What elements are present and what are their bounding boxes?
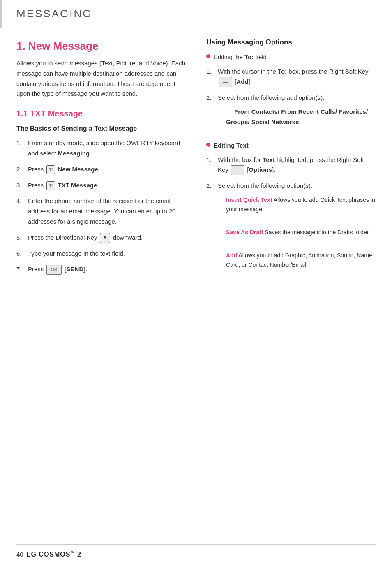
- right-step-2-text: Select from the following add option(s):…: [218, 93, 376, 133]
- step-5-text: Press the Directional Key ▼ downward.: [28, 233, 186, 243]
- txt-message-steps: 1. From standby mode, slide open the QWE…: [16, 138, 186, 275]
- to-label: To:: [278, 68, 287, 75]
- bullet-dot-text: [206, 143, 210, 147]
- key-1b-icon: 1!: [46, 181, 55, 190]
- options-label: Options: [249, 166, 272, 173]
- text-step-2-num: 2.: [206, 181, 218, 191]
- step-5: 5. Press the Directional Key ▼ downward.: [16, 233, 186, 243]
- text-options-block: Insert Quick Text Allows you to add Quic…: [226, 195, 376, 270]
- ok-key-icon: OK: [46, 265, 62, 275]
- text-steps: 1. With the box for Text highlighted, pr…: [206, 155, 376, 276]
- bullet-editing-to: Editing the To: field: [206, 52, 376, 62]
- step-3-text: Press 1! TXT Message.: [28, 180, 186, 191]
- step-7: 7. Press OK [SEND].: [16, 264, 186, 275]
- save-as-draft-desc: Saves the message into the Drafts folder…: [265, 229, 370, 236]
- add-desc: Allows you to add Graphic, Animation, So…: [226, 252, 372, 268]
- add-label-option: Add: [226, 252, 237, 259]
- step-6-text: Type your message in the text field.: [28, 249, 186, 259]
- right-step-1: 1. With the cursor in the To: box, press…: [206, 67, 376, 87]
- add-options-block: From Contacts/ From Recent Calls/ Favori…: [226, 107, 376, 127]
- footer-brand: LG COSMOS™ 2: [27, 550, 81, 558]
- footer-model: 2: [77, 551, 81, 558]
- step-2-bold: New Message: [58, 166, 98, 173]
- step-3-bold: TXT Message: [58, 182, 97, 189]
- new-message-body: Allows you to send messages (Text, Pictu…: [16, 58, 186, 99]
- step-5-num: 5.: [16, 233, 28, 243]
- save-as-draft-label: Save As Draft: [226, 229, 263, 236]
- editing-to-section: Editing the To: field 1. With the cursor…: [206, 52, 376, 133]
- step-2: 2. Press 1! New Message.: [16, 164, 186, 175]
- step-4-num: 4.: [16, 196, 28, 206]
- step-4-text: Enter the phone number of the recipient …: [28, 196, 186, 227]
- option-save-as-draft: Save As Draft Saves the message into the…: [226, 228, 376, 237]
- step-3-num: 3.: [16, 180, 28, 191]
- step-3: 3. Press 1! TXT Message.: [16, 180, 186, 191]
- add-options-text: From Contacts/ From Recent Calls/ Favori…: [226, 108, 368, 125]
- option-add: Add Allows you to add Graphic, Animation…: [226, 251, 376, 270]
- option-insert-quick-text: Insert Quick Text Allows you to add Quic…: [226, 195, 376, 214]
- step-1-bold: Messaging: [58, 150, 90, 157]
- step-7-text: Press OK [SEND].: [28, 264, 186, 275]
- right-step-1-num: 1.: [206, 67, 218, 77]
- step-6: 6. Type your message in the text field.: [16, 249, 186, 259]
- step-2-text: Press 1! New Message.: [28, 164, 186, 175]
- text-bold-label: Text: [263, 156, 275, 163]
- section-new-message: 1. New Message Allows you to send messag…: [16, 40, 186, 99]
- bullet-to-text: Editing the To: field: [214, 52, 267, 62]
- page-container: MESSAGING 1. New Message Allows you to s…: [0, 0, 392, 564]
- editing-text-section: Editing Text 1. With the box for Text hi…: [206, 141, 376, 275]
- dir-key-icon: ▼: [100, 233, 111, 243]
- right-step-2-num: 2.: [206, 93, 218, 103]
- content-area: 1. New Message Allows you to send messag…: [0, 28, 392, 544]
- section-txt-message: 1.1 TXT Message The Basics of Sending a …: [16, 109, 186, 275]
- to-bold: To:: [244, 53, 254, 60]
- to-steps: 1. With the cursor in the To: box, press…: [206, 67, 376, 133]
- text-step-2-text: Select from the following option(s): Ins…: [218, 181, 376, 275]
- footer-brand-name: LG COSMOS: [27, 551, 71, 558]
- key-1-icon: 1!: [46, 165, 55, 174]
- right-step-1-text: With the cursor in the To: box, press th…: [218, 67, 376, 87]
- right-soft-key-add: —: [219, 77, 232, 87]
- left-column: 1. New Message Allows you to send messag…: [16, 36, 186, 528]
- step-4: 4. Enter the phone number of the recipie…: [16, 196, 186, 227]
- right-section-heading: Using Messaging Options: [206, 38, 376, 46]
- step-6-num: 6.: [16, 249, 28, 259]
- footer-tm: ™: [70, 550, 75, 555]
- text-step-1-num: 1.: [206, 155, 218, 165]
- text-step-1-text: With the box for Text highlighted, press…: [218, 155, 376, 176]
- step-1-text: From standby mode, slide open the QWERTY…: [28, 138, 186, 159]
- txt-message-heading: 1.1 TXT Message: [16, 109, 186, 118]
- insert-quick-text-label: Insert Quick Text: [226, 196, 272, 203]
- text-step-1: 1. With the box for Text highlighted, pr…: [206, 155, 376, 176]
- step-1-num: 1.: [16, 138, 28, 148]
- bullet-text-label: Editing Text: [214, 141, 249, 151]
- footer-page-num: 40: [16, 551, 23, 558]
- footer: 40 LG COSMOS™ 2: [0, 545, 392, 564]
- right-step-2: 2. Select from the following add option(…: [206, 93, 376, 133]
- step-2-num: 2.: [16, 164, 28, 175]
- right-soft-key-opts: —: [231, 165, 244, 175]
- step-7-bold: [SEND]: [65, 266, 86, 273]
- txt-message-subheading: The Basics of Sending a Text Message: [16, 124, 186, 133]
- step-7-num: 7.: [16, 264, 28, 275]
- add-label: Add: [236, 78, 248, 85]
- page-title: MESSAGING: [16, 7, 92, 20]
- step-1: 1. From standby mode, slide open the QWE…: [16, 138, 186, 159]
- bullet-editing-text: Editing Text: [206, 141, 376, 151]
- text-step-2: 2. Select from the following option(s): …: [206, 181, 376, 275]
- bullet-dot-to: [206, 54, 210, 58]
- header-bar: MESSAGING: [0, 0, 392, 28]
- new-message-heading: 1. New Message: [16, 40, 186, 53]
- right-column: Using Messaging Options Editing the To: …: [198, 36, 376, 528]
